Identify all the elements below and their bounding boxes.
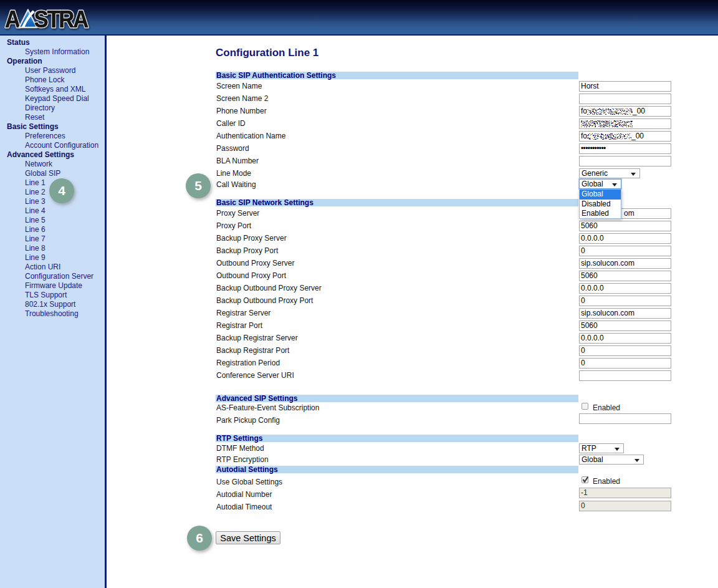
svg-text:A: A	[5, 7, 21, 32]
svg-text:STRA: STRA	[34, 7, 88, 32]
